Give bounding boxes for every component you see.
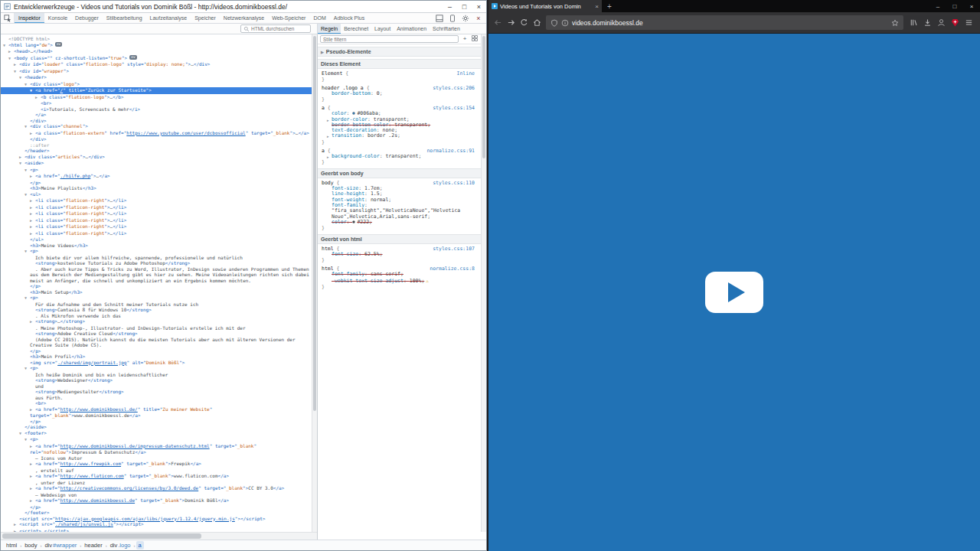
- markup-line[interactable]: ▶<strong>…</strong>: [1, 318, 312, 325]
- stylesheet-link[interactable]: Inline: [457, 70, 475, 77]
- expand-twisty-icon[interactable]: ▶: [30, 444, 35, 450]
- markup-line[interactable]: </ul>: [1, 236, 312, 243]
- minimize-button[interactable]: –: [929, 0, 946, 12]
- browser-tab[interactable]: Videos und Tutorials von Domin ×: [488, 0, 602, 12]
- markup-line[interactable]: <!DOCTYPE html>: [1, 36, 312, 42]
- markup-line[interactable]: ▶<a href="http://www.flaticon.com" targe…: [1, 473, 312, 480]
- markup-line[interactable]: </header>: [1, 148, 312, 154]
- markup-line[interactable]: ▶<li class="flaticon-right">…</li>: [1, 197, 312, 204]
- expand-twisty-icon[interactable]: ▶: [30, 319, 35, 325]
- markup-line[interactable]: . Aber auch kurze Tipps & Tricks zu Word…: [1, 266, 312, 284]
- devtools-tab-adblock-plus[interactable]: Adblock Plus: [330, 13, 368, 23]
- devtools-tab-speicher[interactable]: Speicher: [191, 13, 220, 23]
- markup-line[interactable]: ▶<a href="http://creativecommons.org/lic…: [1, 485, 312, 492]
- markup-line[interactable]: </p>: [1, 348, 312, 354]
- expand-twisty-icon[interactable]: ▶: [327, 134, 329, 139]
- markup-line[interactable]: ▶<li class="flaticon-right">…</li>: [1, 204, 312, 211]
- add-rule-icon[interactable]: +: [461, 35, 469, 43]
- css-declaration[interactable]: border-bottom: 0;: [322, 91, 478, 96]
- markup-search[interactable]: [240, 24, 311, 33]
- markup-line[interactable]: ▶<div id="loader" class="flaticon-logo" …: [1, 61, 312, 68]
- sidebar-tab-berechnet[interactable]: Berechnet: [341, 24, 371, 34]
- adblock-plus-icon[interactable]: [951, 18, 959, 27]
- markup-line[interactable]: ▶<b class="flaticon-logo">…</b>: [1, 94, 312, 101]
- markup-line[interactable]: . Als Mikrofon verwende ich das: [1, 313, 312, 319]
- home-icon[interactable]: [533, 18, 541, 27]
- breadcrumb-item-div[interactable]: div#wrapper: [42, 541, 79, 549]
- markup-line[interactable]: <strong>Camtasia 8 für Windows 10</stron…: [1, 307, 312, 313]
- css-declaration[interactable]: ▶transition: border .2s;: [322, 133, 478, 139]
- markup-line[interactable]: <strong>Webdesigner</strong>: [1, 377, 312, 383]
- tab-close-icon[interactable]: ×: [595, 3, 599, 10]
- markup-line[interactable]: ▼<html lang="de">ev: [1, 42, 312, 49]
- collapse-twisty-icon[interactable]: ▼: [19, 431, 24, 437]
- style-filter-input[interactable]: [320, 35, 459, 43]
- bookmark-star-icon[interactable]: [891, 19, 899, 27]
- collapse-twisty-icon[interactable]: ▼: [3, 43, 8, 49]
- markup-line[interactable]: , erstellt auf: [1, 468, 312, 474]
- devtools-tab-stilbearbeitung[interactable]: Stilbearbeitung: [103, 13, 146, 23]
- event-badge[interactable]: ev: [129, 55, 136, 60]
- devtools-tab-laufzeitanalyse[interactable]: Laufzeitanalyse: [146, 13, 191, 23]
- markup-line[interactable]: <br>: [1, 400, 312, 406]
- sidebar-tab-regeln[interactable]: Regeln: [318, 24, 341, 34]
- markup-line[interactable]: aus Fürth.: [1, 395, 312, 401]
- markup-line[interactable]: ▶<head>…</head>: [1, 48, 312, 55]
- markup-line[interactable]: ▼<header>: [1, 74, 312, 81]
- sidebar-tab-animationen[interactable]: Animationen: [394, 24, 430, 34]
- collapse-twisty-icon[interactable]: ▼: [24, 437, 30, 443]
- css-declaration[interactable]: font-family: sans-serif;: [322, 272, 478, 277]
- html-search-input[interactable]: [251, 26, 308, 31]
- expand-twisty-icon[interactable]: ▶: [30, 224, 35, 230]
- markup-line[interactable]: Für die Aufnahme und den Schnitt meiner …: [1, 302, 312, 308]
- markup-line[interactable]: <h3>Meine Videos</h3>: [1, 243, 312, 249]
- collapse-twisty-icon[interactable]: ▼: [14, 69, 19, 75]
- stylesheet-link[interactable]: styles.css:154: [433, 105, 475, 111]
- markup-line[interactable]: <h3>Meine Playlists</h3>: [1, 185, 312, 191]
- collapse-twisty-icon[interactable]: ▼: [8, 56, 14, 62]
- markup-line[interactable]: <h3>Mein Profil</h3>: [1, 354, 312, 360]
- markup-line[interactable]: ▼<div class="channel">: [1, 123, 312, 130]
- markup-line[interactable]: ▶<a href="http://www.freepik.com" target…: [1, 461, 312, 468]
- markup-line[interactable]: ▶<li class="flaticon-right">…</li>: [1, 223, 312, 230]
- css-declaration[interactable]: font-size: 62.5%;: [322, 252, 478, 257]
- expand-twisty-icon[interactable]: ▶: [327, 155, 329, 160]
- menu-icon[interactable]: [965, 18, 973, 27]
- css-declaration[interactable]: -webkit-text-size-adjust: 100%;⚠: [322, 278, 478, 284]
- color-swatch[interactable]: [352, 220, 355, 223]
- markup-line[interactable]: und: [1, 383, 312, 390]
- stylesheet-link[interactable]: styles.css:206: [433, 85, 475, 91]
- expand-twisty-icon[interactable]: ▶: [30, 461, 35, 468]
- url-text[interactable]: videos.dominikboessl.de: [572, 19, 888, 27]
- rules-vertical-scrollbar[interactable]: [481, 34, 486, 532]
- devtools-tab-dom[interactable]: DOM: [309, 13, 329, 23]
- markup-line[interactable]: ▶<li class="flaticon-right">…</li>: [1, 217, 312, 224]
- stylesheet-link[interactable]: normalize.css:91: [426, 148, 475, 154]
- devtools-tab-inspektor[interactable]: Inspektor: [15, 13, 44, 23]
- css-declaration[interactable]: font-family: "fira_sanslight","Helvetica…: [322, 203, 478, 220]
- markup-line[interactable]: <i>Tutorials, Screencasts & mehr</i>: [1, 106, 312, 112]
- markup-line[interactable]: — Webdesign von: [1, 492, 312, 498]
- library-icon[interactable]: [910, 18, 918, 27]
- markup-line[interactable]: ▶<script src="./shared/js/unveil.js"></s…: [1, 521, 312, 528]
- expand-twisty-icon[interactable]: ▶: [30, 218, 35, 224]
- markup-line[interactable]: ▶<a href="http://www.dominikboessl.de/im…: [1, 443, 312, 455]
- markup-line[interactable]: ▼<body class="" cz-shortcut-listen="true…: [1, 55, 312, 62]
- markup-line[interactable]: Ich biete d​ir vor allem hilfreiche, spa…: [1, 255, 312, 261]
- breadcrumb-item-a[interactable]: a: [136, 541, 144, 549]
- markup-line[interactable]: <strong>kostenlose Tutorials zu Adobe Ph…: [1, 260, 312, 266]
- collapse-twisty-icon[interactable]: ▼: [19, 161, 24, 167]
- rules-section-pseudo-elemente[interactable]: ▶Pseudo-Elemente: [318, 47, 481, 57]
- expand-twisty-icon[interactable]: ▶: [8, 49, 14, 55]
- markup-line[interactable]: </aside>: [1, 424, 312, 430]
- markup-line[interactable]: ▶<a class="flaticon-extern" href="https:…: [1, 130, 312, 137]
- devtools-titlebar[interactable]: Entwicklerwerkzeuge - Videos und Tutoria…: [1, 1, 486, 13]
- markup-line[interactable]: </p>: [1, 283, 312, 289]
- markup-line[interactable]: Ich heiße Dominik und bin ein leidenscha…: [1, 372, 312, 378]
- expand-twisty-icon[interactable]: ▶: [30, 205, 35, 211]
- expand-twisty-icon[interactable]: ▶: [35, 95, 41, 101]
- markup-line[interactable]: . Meine Photoshop-, Illustrator- und InD…: [1, 325, 312, 331]
- close-devtools-icon[interactable]: ×: [474, 14, 483, 23]
- expand-twisty-icon[interactable]: ▶: [30, 198, 35, 204]
- markup-line[interactable]: </a>: [1, 112, 312, 118]
